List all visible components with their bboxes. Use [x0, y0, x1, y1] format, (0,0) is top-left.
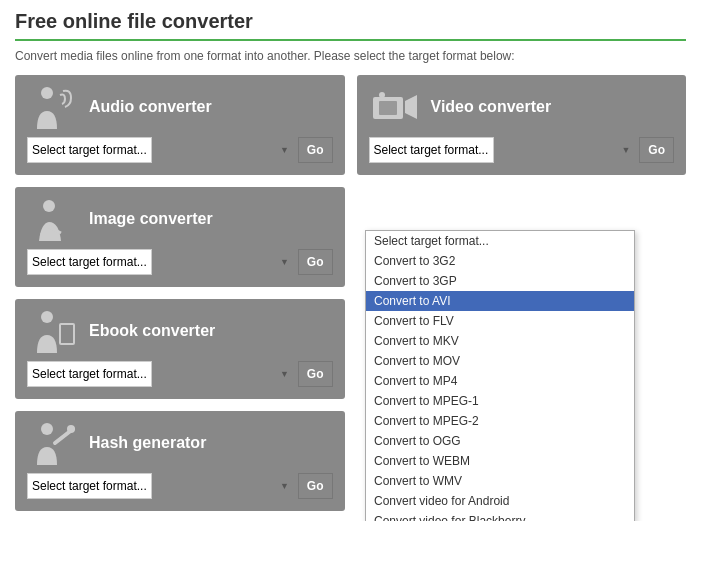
- svg-rect-8: [61, 325, 73, 343]
- dropdown-item[interactable]: Convert to MP4: [366, 371, 634, 391]
- audio-icon: [27, 85, 79, 129]
- hash-card-header: Hash generator: [27, 421, 333, 465]
- dropdown-item[interactable]: Convert video for Blackberry: [366, 511, 634, 521]
- svg-point-0: [41, 87, 53, 99]
- page-title: Free online file converter: [15, 10, 686, 33]
- dropdown-item[interactable]: Select target format...: [366, 231, 634, 251]
- svg-point-6: [41, 311, 53, 323]
- audio-card-header: Audio converter: [27, 85, 333, 129]
- dropdown-item[interactable]: Convert video for Android: [366, 491, 634, 511]
- svg-marker-3: [405, 95, 417, 119]
- ebook-converter-card: Ebook converter Select target format... …: [15, 299, 345, 399]
- svg-rect-2: [379, 101, 397, 115]
- audio-format-select[interactable]: Select target format...: [27, 137, 152, 163]
- ebook-go-button[interactable]: Go: [298, 361, 333, 387]
- title-divider: [15, 39, 686, 41]
- video-select-wrapper: Select target format...: [369, 137, 636, 163]
- video-dropdown-overlay: Select target format...Convert to 3G2Con…: [365, 230, 635, 521]
- image-card-controls: Select target format... Go: [27, 249, 333, 275]
- audio-go-button[interactable]: Go: [298, 137, 333, 163]
- audio-card-controls: Select target format... Go: [27, 137, 333, 163]
- svg-point-9: [41, 423, 53, 435]
- dropdown-item[interactable]: Convert to MPEG-1: [366, 391, 634, 411]
- audio-card-title: Audio converter: [89, 98, 212, 116]
- image-icon: [27, 197, 79, 241]
- video-go-button[interactable]: Go: [639, 137, 674, 163]
- hash-select-wrapper: Select target format...: [27, 473, 294, 499]
- hash-card-title: Hash generator: [89, 434, 206, 452]
- hash-card-controls: Select target format... Go: [27, 473, 333, 499]
- dropdown-item[interactable]: Convert to MPEG-2: [366, 411, 634, 431]
- image-card-title: Image converter: [89, 210, 213, 228]
- page-subtitle: Convert media files online from one form…: [15, 49, 686, 63]
- video-dropdown-list: Select target format...Convert to 3G2Con…: [366, 231, 634, 521]
- dropdown-item[interactable]: Convert to WMV: [366, 471, 634, 491]
- ebook-select-wrapper: Select target format...: [27, 361, 294, 387]
- image-card-header: Image converter: [27, 197, 333, 241]
- ebook-card-controls: Select target format... Go: [27, 361, 333, 387]
- dropdown-item[interactable]: Convert to FLV: [366, 311, 634, 331]
- audio-converter-card: Audio converter Select target format... …: [15, 75, 345, 175]
- svg-point-4: [379, 92, 385, 98]
- ebook-card-header: Ebook converter: [27, 309, 333, 353]
- audio-select-wrapper: Select target format...: [27, 137, 294, 163]
- image-select-wrapper: Select target format...: [27, 249, 294, 275]
- ebook-format-select[interactable]: Select target format...: [27, 361, 152, 387]
- hash-icon: [27, 421, 79, 465]
- video-format-select[interactable]: Select target format...: [369, 137, 494, 163]
- video-card-title: Video converter: [431, 98, 552, 116]
- svg-point-5: [43, 200, 55, 212]
- image-go-button[interactable]: Go: [298, 249, 333, 275]
- video-card-header: Video converter: [369, 85, 675, 129]
- video-card-controls: Select target format... Go: [369, 137, 675, 163]
- dropdown-item[interactable]: Convert to OGG: [366, 431, 634, 451]
- dropdown-item[interactable]: Convert to WEBM: [366, 451, 634, 471]
- dropdown-item[interactable]: Convert to 3G2: [366, 251, 634, 271]
- ebook-icon: [27, 309, 79, 353]
- hash-go-button[interactable]: Go: [298, 473, 333, 499]
- ebook-card-title: Ebook converter: [89, 322, 215, 340]
- dropdown-item[interactable]: Convert to MKV: [366, 331, 634, 351]
- image-converter-card: Image converter Select target format... …: [15, 187, 345, 287]
- hash-format-select[interactable]: Select target format...: [27, 473, 152, 499]
- video-icon: [369, 85, 421, 129]
- dropdown-item[interactable]: Convert to AVI: [366, 291, 634, 311]
- converter-grid: Audio converter Select target format... …: [15, 75, 686, 511]
- dropdown-item[interactable]: Convert to 3GP: [366, 271, 634, 291]
- dropdown-item[interactable]: Convert to MOV: [366, 351, 634, 371]
- image-format-select[interactable]: Select target format...: [27, 249, 152, 275]
- video-converter-card: Video converter Select target format... …: [357, 75, 687, 175]
- hash-generator-card: Hash generator Select target format... G…: [15, 411, 345, 511]
- svg-point-11: [67, 425, 75, 433]
